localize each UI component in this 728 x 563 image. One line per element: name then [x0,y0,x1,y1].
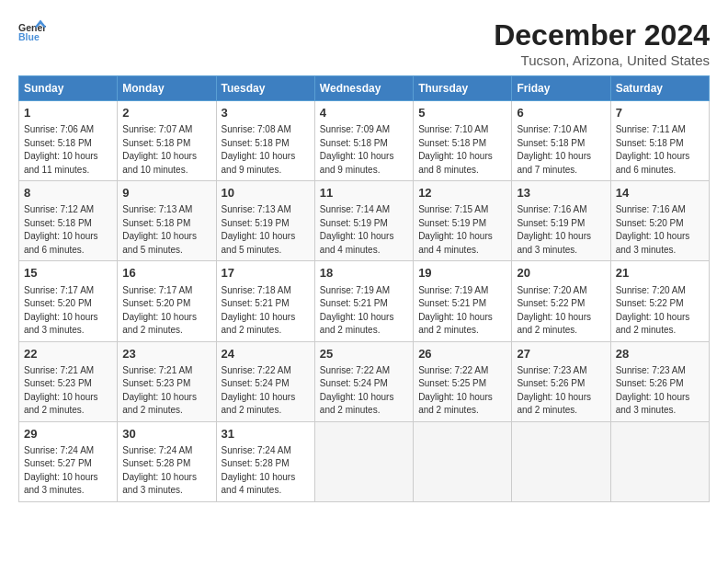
title-section: December 2024 Tucson, Arizona, United St… [494,18,710,68]
day-number: 19 [418,265,506,282]
calendar-cell: 7Sunrise: 7:11 AMSunset: 5:18 PMDaylight… [610,101,709,181]
calendar-cell: 12Sunrise: 7:15 AMSunset: 5:19 PMDayligh… [414,181,512,261]
day-number: 29 [24,426,112,442]
day-number: 11 [320,185,408,201]
calendar-cell: 9Sunrise: 7:13 AMSunset: 5:18 PMDaylight… [118,181,216,261]
day-info: Sunrise: 7:13 AMSunset: 5:18 PMDaylight:… [122,203,210,257]
day-info: Sunrise: 7:17 AMSunset: 5:20 PMDaylight:… [122,284,210,338]
day-number: 16 [122,265,210,282]
day-number: 20 [517,265,605,282]
calendar-cell: 5Sunrise: 7:10 AMSunset: 5:18 PMDaylight… [414,101,512,181]
weekday-header-friday: Friday [512,76,610,101]
calendar-cell: 25Sunrise: 7:22 AMSunset: 5:24 PMDayligh… [314,341,413,421]
calendar-cell: 18Sunrise: 7:19 AMSunset: 5:21 PMDayligh… [314,261,413,341]
calendar-cell: 10Sunrise: 7:13 AMSunset: 5:19 PMDayligh… [216,181,314,261]
day-info: Sunrise: 7:19 AMSunset: 5:21 PMDaylight:… [418,284,506,338]
weekday-header-row: SundayMondayTuesdayWednesdayThursdayFrid… [19,76,710,101]
calendar-cell: 1Sunrise: 7:06 AMSunset: 5:18 PMDaylight… [19,101,118,181]
day-info: Sunrise: 7:21 AMSunset: 5:23 PMDaylight:… [122,364,210,418]
weekday-header-wednesday: Wednesday [314,76,413,101]
day-number: 23 [122,346,210,362]
calendar-cell: 29Sunrise: 7:24 AMSunset: 5:27 PMDayligh… [19,421,118,501]
day-number: 28 [616,346,704,362]
day-info: Sunrise: 7:10 AMSunset: 5:18 PMDaylight:… [418,123,506,177]
day-number: 31 [222,426,310,442]
calendar-cell [414,421,512,501]
day-info: Sunrise: 7:19 AMSunset: 5:21 PMDaylight:… [320,284,408,338]
day-info: Sunrise: 7:23 AMSunset: 5:26 PMDaylight:… [517,364,605,418]
day-info: Sunrise: 7:24 AMSunset: 5:27 PMDaylight:… [24,444,112,498]
day-info: Sunrise: 7:13 AMSunset: 5:19 PMDaylight:… [222,203,310,257]
calendar-cell [512,421,610,501]
day-info: Sunrise: 7:23 AMSunset: 5:26 PMDaylight:… [616,364,704,418]
day-number: 9 [122,185,210,201]
calendar-cell: 27Sunrise: 7:23 AMSunset: 5:26 PMDayligh… [512,341,610,421]
day-number: 18 [320,265,408,282]
week-row-1: 1Sunrise: 7:06 AMSunset: 5:18 PMDaylight… [19,101,710,181]
calendar-cell: 2Sunrise: 7:07 AMSunset: 5:18 PMDaylight… [118,101,216,181]
day-number: 27 [517,346,605,362]
day-number: 3 [222,105,310,121]
calendar-cell: 13Sunrise: 7:16 AMSunset: 5:19 PMDayligh… [512,181,610,261]
calendar-cell: 6Sunrise: 7:10 AMSunset: 5:18 PMDaylight… [512,101,610,181]
day-info: Sunrise: 7:21 AMSunset: 5:23 PMDaylight:… [24,364,112,418]
header: General Blue December 2024 Tucson, Arizo… [18,18,710,68]
day-number: 22 [24,346,112,362]
day-number: 25 [320,346,408,362]
day-number: 15 [24,265,112,282]
day-number: 17 [222,265,310,282]
week-row-2: 8Sunrise: 7:12 AMSunset: 5:18 PMDaylight… [19,181,710,261]
day-info: Sunrise: 7:24 AMSunset: 5:28 PMDaylight:… [222,444,310,498]
day-number: 8 [24,185,112,201]
day-info: Sunrise: 7:17 AMSunset: 5:20 PMDaylight:… [24,284,112,338]
day-number: 10 [222,185,310,201]
day-info: Sunrise: 7:16 AMSunset: 5:19 PMDaylight:… [517,203,605,257]
calendar-cell: 30Sunrise: 7:24 AMSunset: 5:28 PMDayligh… [118,421,216,501]
day-info: Sunrise: 7:16 AMSunset: 5:20 PMDaylight:… [616,203,704,257]
day-info: Sunrise: 7:09 AMSunset: 5:18 PMDaylight:… [320,123,408,177]
weekday-header-monday: Monday [118,76,216,101]
day-info: Sunrise: 7:08 AMSunset: 5:18 PMDaylight:… [222,123,310,177]
day-number: 2 [122,105,210,121]
calendar-cell: 8Sunrise: 7:12 AMSunset: 5:18 PMDaylight… [19,181,118,261]
calendar-cell: 3Sunrise: 7:08 AMSunset: 5:18 PMDaylight… [216,101,314,181]
day-number: 14 [616,185,704,201]
calendar-cell: 21Sunrise: 7:20 AMSunset: 5:22 PMDayligh… [610,261,709,341]
day-number: 1 [24,105,112,121]
calendar-cell: 16Sunrise: 7:17 AMSunset: 5:20 PMDayligh… [118,261,216,341]
day-info: Sunrise: 7:14 AMSunset: 5:19 PMDaylight:… [320,203,408,257]
day-info: Sunrise: 7:22 AMSunset: 5:24 PMDaylight:… [222,364,310,418]
weekday-header-sunday: Sunday [19,76,118,101]
day-info: Sunrise: 7:07 AMSunset: 5:18 PMDaylight:… [122,123,210,177]
week-row-3: 15Sunrise: 7:17 AMSunset: 5:20 PMDayligh… [19,261,710,341]
calendar-cell [610,421,709,501]
location-title: Tucson, Arizona, United States [494,52,710,68]
day-number: 21 [616,265,704,282]
calendar-cell: 14Sunrise: 7:16 AMSunset: 5:20 PMDayligh… [610,181,709,261]
weekday-header-tuesday: Tuesday [216,76,314,101]
day-number: 13 [517,185,605,201]
day-info: Sunrise: 7:22 AMSunset: 5:25 PMDaylight:… [418,364,506,418]
day-number: 12 [418,185,506,201]
day-info: Sunrise: 7:11 AMSunset: 5:18 PMDaylight:… [616,123,704,177]
day-info: Sunrise: 7:15 AMSunset: 5:19 PMDaylight:… [418,203,506,257]
logo: General Blue [18,18,46,46]
day-info: Sunrise: 7:24 AMSunset: 5:28 PMDaylight:… [122,444,210,498]
calendar-cell: 17Sunrise: 7:18 AMSunset: 5:21 PMDayligh… [216,261,314,341]
svg-text:Blue: Blue [18,31,40,42]
calendar-cell: 22Sunrise: 7:21 AMSunset: 5:23 PMDayligh… [19,341,118,421]
day-number: 30 [122,426,210,442]
calendar-cell: 15Sunrise: 7:17 AMSunset: 5:20 PMDayligh… [19,261,118,341]
day-number: 7 [616,105,704,121]
week-row-4: 22Sunrise: 7:21 AMSunset: 5:23 PMDayligh… [19,341,710,421]
weekday-header-thursday: Thursday [414,76,512,101]
calendar-cell: 19Sunrise: 7:19 AMSunset: 5:21 PMDayligh… [414,261,512,341]
month-title: December 2024 [494,18,710,52]
day-info: Sunrise: 7:18 AMSunset: 5:21 PMDaylight:… [222,284,310,338]
calendar-cell: 23Sunrise: 7:21 AMSunset: 5:23 PMDayligh… [118,341,216,421]
calendar-cell: 11Sunrise: 7:14 AMSunset: 5:19 PMDayligh… [314,181,413,261]
day-info: Sunrise: 7:20 AMSunset: 5:22 PMDaylight:… [517,284,605,338]
day-number: 4 [320,105,408,121]
day-number: 26 [418,346,506,362]
calendar-cell: 4Sunrise: 7:09 AMSunset: 5:18 PMDaylight… [314,101,413,181]
